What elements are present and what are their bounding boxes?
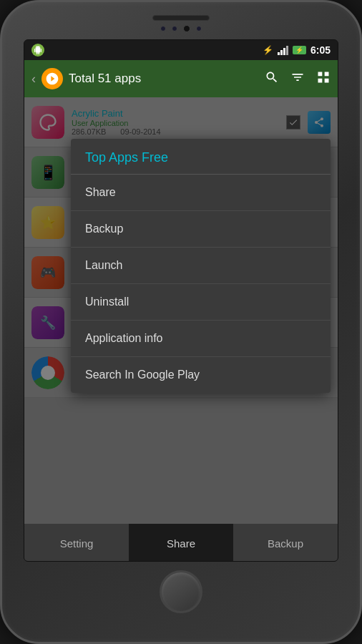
grid-icon[interactable] <box>316 70 331 88</box>
phone-camera <box>183 25 190 32</box>
context-menu-item-share[interactable]: Share <box>71 175 331 211</box>
search-icon[interactable] <box>265 70 279 88</box>
setting-button[interactable]: Setting <box>24 524 129 562</box>
status-bar: ⚡ ⚡ 6:05 <box>24 40 338 60</box>
context-menu-title: Top Apps Free <box>71 139 331 175</box>
context-menu-item-backup[interactable]: Backup <box>71 211 331 248</box>
app-header-icon <box>41 68 63 89</box>
phone-dot-right <box>196 26 202 31</box>
status-right: ⚡ ⚡ 6:05 <box>263 44 331 56</box>
back-button[interactable]: ‹ <box>31 72 36 87</box>
context-menu-item-launch[interactable]: Launch <box>71 248 331 284</box>
content-area: Acrylic Paint User Application 286.07KB … <box>24 97 338 524</box>
phone-bottom <box>160 570 202 613</box>
status-left <box>31 44 44 57</box>
bluetooth-icon: ⚡ <box>263 45 273 55</box>
phone-frame: ⚡ ⚡ 6:05 ‹ Total 51 apps <box>0 0 362 644</box>
phone-camera-row <box>160 25 202 32</box>
context-menu-item-googleplay[interactable]: Search In Google Play <box>71 357 331 393</box>
status-time: 6:05 <box>310 44 331 56</box>
context-menu-item-appinfo[interactable]: Application info <box>71 321 331 357</box>
android-icon <box>31 44 44 57</box>
share-button[interactable]: Share <box>129 524 233 562</box>
app-header: ‹ Total 51 apps <box>24 60 338 97</box>
battery-icon: ⚡ <box>293 46 306 54</box>
bottom-bar: Setting Share Backup <box>24 524 338 562</box>
phone-dot-center <box>172 26 177 31</box>
context-menu: Top Apps Free Share Backup Launch Uninst… <box>71 139 331 393</box>
signal-bars <box>278 45 288 55</box>
phone-dot-left <box>160 26 166 31</box>
phone-screen: ⚡ ⚡ 6:05 ‹ Total 51 apps <box>24 39 338 562</box>
filter-icon[interactable] <box>290 70 305 88</box>
header-icons <box>265 70 331 88</box>
home-button[interactable] <box>160 570 202 613</box>
phone-speaker <box>152 15 210 21</box>
app-header-title: Total 51 apps <box>69 72 259 86</box>
backup-button[interactable]: Backup <box>233 524 338 562</box>
context-menu-item-uninstall[interactable]: Uninstall <box>71 284 331 321</box>
